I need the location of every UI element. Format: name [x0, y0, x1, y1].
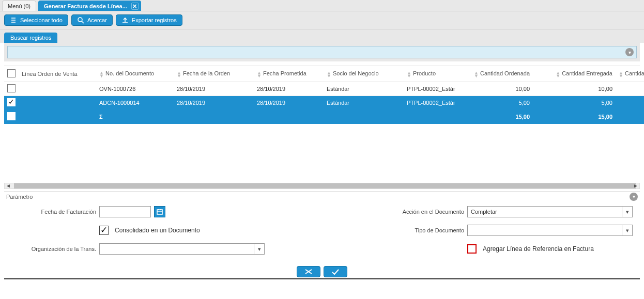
cancel-button[interactable]: [297, 266, 320, 277]
cell-qty-ordered: 10,00: [455, 82, 533, 96]
search-input[interactable]: [7, 46, 637, 58]
zoom-button[interactable]: Acercar: [71, 14, 113, 26]
header-product[interactable]: ▲▼Producto: [404, 66, 455, 82]
tab-menu[interactable]: Menú (0): [2, 1, 36, 11]
doc-type-select[interactable]: ▾: [467, 225, 633, 236]
cell-sigma: Σ: [96, 110, 174, 124]
svg-point-0: [78, 18, 82, 22]
cell-partner: Estándar: [324, 82, 404, 96]
table-row[interactable]: ADCN-100001428/10/201928/10/2019Estándar…: [4, 96, 644, 110]
cell-total-ordered: 15,00: [455, 110, 533, 124]
row-checkbox[interactable]: [7, 112, 16, 120]
zoom-label: Acercar: [87, 17, 107, 23]
chevron-down-icon: ▾: [622, 207, 632, 217]
doc-action-label: Acción en el Documento: [390, 209, 467, 215]
cell-product: PTPL-00002_Estándar: [404, 82, 455, 96]
consolidate-checkbox[interactable]: [99, 226, 109, 235]
page-bottom-line: [4, 278, 640, 279]
invoice-date-input[interactable]: [99, 206, 151, 217]
doc-type-label: Tipo de Documento: [390, 227, 467, 233]
cell-total-delivered: 15,00: [533, 110, 616, 124]
header-qty-invoiced[interactable]: ▲▼Cantidad I: [616, 66, 644, 82]
org-label: Organización de la Trans.: [6, 246, 99, 252]
header-sale-line[interactable]: Línea Orden de Venta: [19, 66, 96, 82]
cell-order-date: 28/10/2019: [174, 82, 254, 96]
dialog-footer: [0, 266, 644, 278]
header-doc-no[interactable]: ▲▼No. del Documento: [96, 66, 174, 82]
org-select[interactable]: ▾: [99, 243, 265, 255]
table-row[interactable]: OVN-100072628/10/201928/10/2019EstándarP…: [4, 82, 644, 96]
tab-active-label: Generar Factura desde Línea...: [44, 1, 127, 11]
cell-promised-date: 28/10/2019: [254, 96, 324, 110]
scroll-right-icon[interactable]: ►: [632, 183, 639, 189]
search-tab-label: Buscar registros: [10, 35, 51, 41]
header-partner[interactable]: ▲▼Socio del Negocio: [324, 66, 404, 82]
cell-doc-no: ADCN-1000014: [96, 96, 174, 110]
table-totals-row: Σ15,0015,00: [4, 110, 644, 124]
export-label: Exportar registros: [132, 17, 177, 23]
svg-rect-1: [157, 210, 162, 214]
header-checkbox[interactable]: [4, 66, 19, 82]
tab-strip: Menú (0) Generar Factura desde Línea... …: [0, 0, 644, 11]
close-icon: [304, 268, 313, 275]
collapse-parameter-icon[interactable]: ▾: [630, 193, 638, 201]
search-tab[interactable]: Buscar registros: [4, 33, 57, 43]
grid-horizontal-scrollbar[interactable]: ◄ ►: [4, 183, 640, 189]
add-reference-label: Agregar Línea de Referencia en Factura: [483, 245, 594, 253]
parameter-title: Parámetro: [6, 194, 33, 200]
grid-header-row: Línea Orden de Venta ▲▼No. del Documento…: [4, 66, 644, 82]
cell-qty-delivered: 10,00: [533, 82, 616, 96]
scroll-thumb[interactable]: [14, 183, 636, 188]
search-band: ▾: [4, 43, 640, 61]
result-grid: Línea Orden de Venta ▲▼No. del Documento…: [4, 66, 640, 124]
confirm-button[interactable]: [324, 266, 347, 277]
cell-partner: Estándar: [324, 96, 404, 110]
cell-qty-delivered: 5,00: [533, 96, 616, 110]
cell-product: PTPL-00002_Estándar: [404, 96, 455, 110]
doc-action-select[interactable]: Completar ▾: [467, 206, 633, 217]
header-order-date[interactable]: ▲▼Fecha de la Orden: [174, 66, 254, 82]
export-button[interactable]: Exportar registros: [116, 14, 182, 26]
scroll-left-icon[interactable]: ◄: [5, 183, 12, 189]
cell-qty-ordered: 5,00: [455, 96, 533, 110]
cell-order-date: 28/10/2019: [174, 96, 254, 110]
header-qty-delivered[interactable]: ▲▼Cantidad Entregada: [533, 66, 616, 82]
collapse-search-icon[interactable]: ▾: [625, 48, 634, 56]
doc-action-value: Completar: [471, 209, 497, 215]
select-all-label: Seleccionar todo: [20, 17, 63, 23]
header-qty-ordered[interactable]: ▲▼Cantidad Ordenada: [455, 66, 533, 82]
calendar-icon[interactable]: [154, 206, 165, 217]
tab-menu-label: Menú (0): [8, 3, 30, 9]
cell-doc-no: OVN-1000726: [96, 82, 174, 96]
check-icon: [331, 268, 340, 275]
chevron-down-icon: ▾: [254, 244, 264, 254]
row-checkbox[interactable]: [7, 98, 16, 106]
export-icon: [121, 17, 129, 24]
list-icon: [10, 17, 17, 24]
select-all-button[interactable]: Seleccionar todo: [4, 14, 68, 26]
header-promised-date[interactable]: ▲▼Fecha Prometida: [254, 66, 324, 82]
row-checkbox[interactable]: [7, 84, 16, 92]
tab-generate-invoice[interactable]: Generar Factura desde Línea... ✕: [38, 1, 141, 11]
cell-promised-date: 28/10/2019: [254, 82, 324, 96]
parameter-panel: Parámetro ▾ Fecha de Facturación Acción …: [4, 191, 640, 264]
invoice-date-label: Fecha de Facturación: [6, 209, 99, 215]
close-tab-icon[interactable]: ✕: [131, 3, 139, 10]
chevron-down-icon: ▾: [622, 225, 632, 235]
magnify-icon: [77, 17, 84, 24]
search-area: Buscar registros: [0, 29, 644, 43]
consolidate-label: Consolidado en un Documento: [115, 227, 200, 234]
add-reference-checkbox[interactable]: [467, 244, 477, 254]
toolbar: Seleccionar todo Acercar Exportar regist…: [0, 11, 644, 29]
